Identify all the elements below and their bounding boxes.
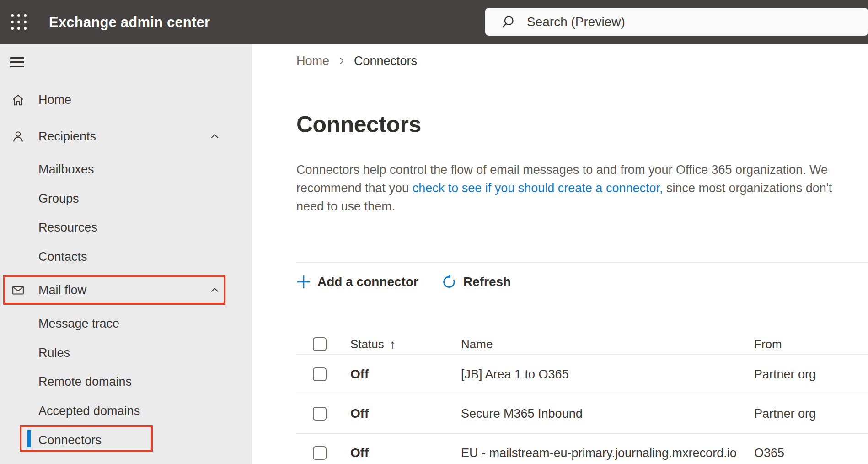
home-icon	[11, 93, 25, 107]
breadcrumb-current: Connectors	[354, 54, 417, 68]
row-from: Partner org	[754, 407, 816, 421]
page-description: Connectors help control the flow of emai…	[296, 161, 868, 216]
row-checkbox[interactable]	[313, 367, 327, 381]
create-connector-link[interactable]: check to see if you should create a conn…	[413, 181, 663, 195]
sidebar-item-label: Mailboxes	[38, 162, 94, 177]
sidebar-item-label: Message trace	[38, 317, 119, 331]
table-header: Status↑ Name From	[296, 334, 868, 354]
sidebar-item-recipients[interactable]: Recipients	[0, 122, 252, 151]
toolbar-divider	[296, 262, 868, 263]
row-checkbox[interactable]	[313, 407, 327, 421]
sidebar-item-label: Mail flow	[38, 283, 86, 297]
sidebar-item-label: Groups	[38, 192, 79, 206]
refresh-icon	[440, 274, 457, 290]
description-line: recommend that you check to see if you s…	[296, 179, 868, 197]
main-content: Home Connectors Connectors Connectors he…	[252, 44, 868, 464]
sidebar-item-rules[interactable]: Rules	[0, 338, 252, 367]
sidebar-nav: Home Recipients Mailboxes Groups Resourc…	[0, 44, 252, 464]
sidebar-item-resources[interactable]: Resources	[0, 213, 252, 242]
sidebar-item-contacts[interactable]: Contacts	[0, 242, 252, 271]
table-row[interactable]: Off [JB] Area 1 to O365 Partner org	[296, 355, 868, 394]
row-checkbox[interactable]	[313, 446, 327, 460]
row-from: O365	[754, 446, 784, 460]
search-box[interactable]	[485, 8, 868, 36]
row-name[interactable]: [JB] Area 1 to O365	[461, 367, 569, 382]
sidebar-item-label: Resources	[38, 221, 97, 235]
sidebar-item-groups[interactable]: Groups	[0, 184, 252, 213]
add-connector-label: Add a connector	[317, 275, 418, 289]
app-launcher-icon[interactable]	[11, 14, 27, 30]
mail-icon	[11, 283, 25, 297]
description-line: need to use them.	[296, 197, 868, 216]
app-title: Exchange admin center	[49, 0, 210, 44]
select-all-checkbox[interactable]	[313, 337, 327, 351]
plus-icon	[296, 274, 311, 290]
chevron-up-icon[interactable]	[209, 284, 221, 297]
sidebar-item-label: Accepted domains	[38, 404, 140, 418]
sidebar-item-label: Remote domains	[38, 375, 132, 389]
sidebar-item-message-trace[interactable]: Message trace	[0, 309, 252, 338]
row-status: Off	[350, 367, 369, 382]
row-name[interactable]: EU - mailstream-eu-primary.journaling.mx…	[461, 446, 737, 460]
row-status: Off	[350, 446, 369, 460]
column-header-status[interactable]: Status↑	[350, 337, 396, 351]
table-row[interactable]: Off Secure M365 Inbound Partner org	[296, 394, 868, 434]
description-line: Connectors help control the flow of emai…	[296, 161, 868, 179]
chevron-right-icon	[337, 56, 347, 66]
column-header-name[interactable]: Name	[461, 337, 493, 351]
search-icon	[500, 14, 516, 30]
top-bar: Exchange admin center	[0, 0, 868, 44]
sidebar-item-mailboxes[interactable]: Mailboxes	[0, 155, 252, 184]
row-from: Partner org	[754, 367, 816, 382]
breadcrumb: Home Connectors	[296, 52, 868, 70]
sidebar-item-label: Connectors	[38, 433, 102, 448]
person-icon	[11, 129, 25, 144]
breadcrumb-home-link[interactable]: Home	[296, 54, 329, 68]
sort-ascending-icon: ↑	[390, 337, 396, 351]
sidebar-item-mail-flow[interactable]: Mail flow	[0, 275, 252, 305]
sidebar-item-label: Home	[38, 93, 71, 107]
chevron-up-icon[interactable]	[209, 130, 221, 143]
sidebar-item-connectors[interactable]: Connectors	[0, 426, 252, 455]
sidebar-item-label: Recipients	[38, 129, 96, 144]
sidebar-item-label: Rules	[38, 346, 70, 360]
search-input[interactable]	[526, 14, 820, 30]
sidebar-item-remote-domains[interactable]: Remote domains	[0, 367, 252, 396]
table-row[interactable]: Off EU - mailstream-eu-primary.journalin…	[296, 434, 868, 464]
row-status: Off	[350, 406, 369, 421]
selected-item-indicator	[27, 430, 31, 447]
sidebar-item-accepted-domains[interactable]: Accepted domains	[0, 396, 252, 426]
hamburger-menu-icon[interactable]	[10, 57, 24, 67]
row-name[interactable]: Secure M365 Inbound	[461, 407, 583, 421]
sidebar-item-home[interactable]: Home	[0, 85, 252, 114]
refresh-label: Refresh	[463, 275, 511, 289]
column-header-from[interactable]: From	[754, 337, 782, 351]
page-title: Connectors	[296, 110, 868, 139]
toolbar: Add a connector Refresh	[296, 271, 868, 293]
add-connector-button[interactable]: Add a connector	[296, 274, 418, 290]
sidebar-item-label: Contacts	[38, 250, 87, 264]
refresh-button[interactable]: Refresh	[440, 274, 511, 290]
